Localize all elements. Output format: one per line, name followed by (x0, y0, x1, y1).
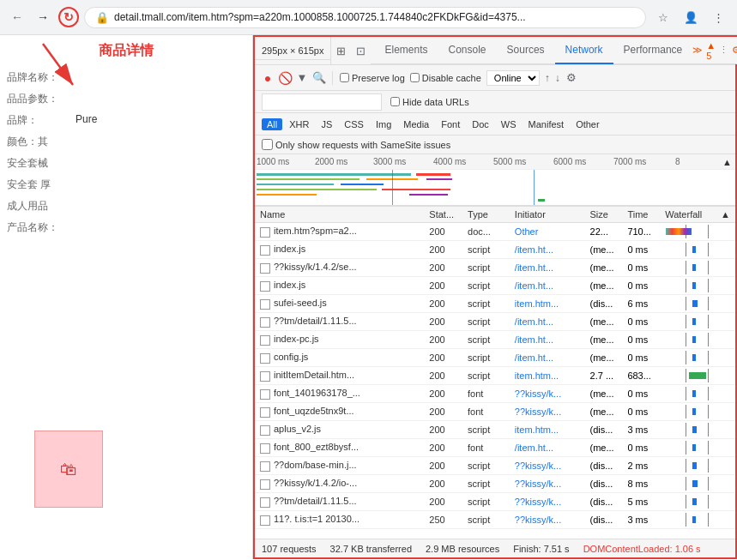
menu-button[interactable]: ⋮ (706, 5, 730, 29)
cell-waterfall (660, 493, 735, 511)
table-row[interactable]: ??kissy/k/1.4.2/se... 200 script /item.h… (255, 259, 735, 277)
type-btn-font[interactable]: Font (436, 118, 465, 130)
col-header-status[interactable]: Stat... (424, 207, 462, 223)
table-row[interactable]: index.js 200 script /item.ht... (me... 0… (255, 277, 735, 295)
samesite-checkbox[interactable]: Only show requests with SameSite issues (262, 139, 450, 150)
col-header-name[interactable]: Name (255, 207, 424, 223)
cell-status: 200 (424, 277, 462, 295)
tab-performance[interactable]: Performance (613, 37, 693, 64)
disable-cache-input[interactable] (410, 73, 420, 82)
table-row[interactable]: ??dom/base-min.j... 200 script ??kissy/k… (255, 457, 735, 475)
cell-name: ??dom/base-min.j... (255, 457, 424, 475)
filter-icon[interactable]: ▼ (296, 72, 308, 84)
cell-initiator: /item.ht... (510, 259, 585, 277)
hide-data-urls-input[interactable] (390, 97, 400, 106)
initiator-link[interactable]: /item.ht... (515, 352, 553, 363)
initiator-link[interactable]: ??kissy/k... (515, 515, 561, 525)
stop-icon[interactable]: 🚫 (279, 72, 291, 84)
table-row[interactable]: index-pc.js 200 script /item.ht... (me..… (255, 331, 735, 349)
initiator-link[interactable]: ??kissy/k... (515, 479, 561, 489)
resources-size: 2.9 MB resources (426, 544, 499, 554)
type-btn-doc[interactable]: Doc (467, 118, 494, 130)
samesite-input[interactable] (262, 139, 273, 150)
settings-icon[interactable]: ⚙ (565, 72, 577, 84)
initiator-link[interactable]: /item.ht... (515, 280, 553, 291)
table-row[interactable]: sufei-seed.js 200 script item.htm... (di… (255, 295, 735, 313)
type-btn-ws[interactable]: WS (496, 118, 522, 130)
product-image: 🛍 (34, 431, 103, 508)
type-btn-xhr[interactable]: XHR (284, 118, 314, 130)
table-row[interactable]: initItemDetail.htm... 200 script item.ht… (255, 367, 735, 385)
devtools-tabs-container: ⊞ ⊡ Elements Console Sources Network Per… (330, 37, 737, 64)
initiator-link[interactable]: /item.ht... (515, 443, 553, 453)
col-header-time[interactable]: Time (622, 207, 660, 223)
cell-waterfall (660, 439, 735, 457)
initiator-link[interactable]: /item.ht... (515, 334, 553, 345)
table-row[interactable]: ??tm/detail/1.11.5... 200 script ??kissy… (255, 493, 735, 511)
col-header-size[interactable]: Size (585, 207, 623, 223)
initiator-link[interactable]: /item.ht... (515, 262, 553, 273)
online-select[interactable]: Online (486, 70, 540, 86)
type-btn-manifest[interactable]: Manifest (523, 118, 570, 130)
tab-sources[interactable]: Sources (497, 37, 555, 64)
type-btn-img[interactable]: Img (371, 118, 396, 130)
refresh-button[interactable]: ↻ (58, 7, 79, 27)
cell-name: ??tm/detail/1.11.5... (255, 493, 424, 511)
dom-content-loaded: DOMContentLoaded: 1.06 s (583, 544, 701, 554)
table-row[interactable]: font_800_ezt8bysf... 200 font /item.ht..… (255, 439, 735, 457)
col-header-waterfall[interactable]: Waterfall ▲ (660, 207, 735, 223)
forward-button[interactable]: → (33, 7, 53, 27)
record-icon[interactable]: ● (262, 72, 274, 84)
panel-resize-icon[interactable]: ⊞ (331, 45, 351, 57)
cell-initiator: Other (510, 223, 585, 241)
cell-status: 200 (424, 475, 462, 493)
cell-size: (me... (585, 313, 623, 331)
initiator-link[interactable]: /item.ht... (515, 316, 553, 327)
panel-split-icon[interactable]: ⊡ (351, 45, 371, 57)
filter-input[interactable] (262, 93, 382, 111)
initiator-link[interactable]: Other (515, 226, 539, 237)
table-row[interactable]: font_uqzde5tnx9t... 200 font ??kissy/k..… (255, 403, 735, 421)
tab-elements[interactable]: Elements (374, 37, 438, 64)
table-row[interactable]: config.js 200 script /item.ht... (me... … (255, 349, 735, 367)
network-table-container[interactable]: Name Stat... Type Initiator Size Time Wa… (255, 206, 735, 539)
type-btn-js[interactable]: JS (316, 118, 337, 130)
bookmark-button[interactable]: ☆ (651, 5, 675, 29)
initiator-link[interactable]: item.htm... (515, 298, 559, 309)
tab-console[interactable]: Console (438, 37, 497, 64)
back-button[interactable]: ← (7, 7, 27, 27)
cell-time: 0 ms (622, 349, 660, 367)
table-row[interactable]: index.js 200 script /item.ht... (me... 0… (255, 241, 735, 259)
table-row[interactable]: aplus_v2.js 200 script item.htm... (dis.… (255, 421, 735, 439)
table-row[interactable]: item.htm?spm=a2... 200 doc... Other 22..… (255, 223, 735, 241)
export-icon[interactable]: ↓ (555, 72, 560, 84)
initiator-link[interactable]: item.htm... (515, 370, 559, 381)
cell-waterfall (660, 421, 735, 439)
table-row[interactable]: ??tm/detail/1.11.5... 200 script /item.h… (255, 313, 735, 331)
import-icon[interactable]: ↑ (545, 72, 550, 84)
type-btn-media[interactable]: Media (398, 118, 434, 130)
col-header-type[interactable]: Type (462, 207, 510, 223)
search-icon[interactable]: 🔍 (313, 72, 325, 84)
type-btn-css[interactable]: CSS (339, 118, 369, 130)
cell-size: (me... (585, 277, 623, 295)
disable-cache-checkbox[interactable]: Disable cache (410, 73, 481, 83)
type-btn-other[interactable]: Other (571, 118, 605, 130)
table-row[interactable]: ??kissy/k/1.4.2/io-... 200 script ??kiss… (255, 475, 735, 493)
more-tabs[interactable]: ≫ ▲ 5 ⋮ ⚙ (692, 40, 737, 61)
table-row[interactable]: 11?. t.is:t=1 20130... 250 script ??kiss… (255, 511, 735, 529)
type-btn-all[interactable]: All (262, 118, 282, 130)
preserve-log-checkbox[interactable]: Preserve log (340, 73, 405, 83)
initiator-link[interactable]: ??kissy/k... (515, 497, 561, 507)
preserve-log-input[interactable] (340, 73, 349, 82)
initiator-link[interactable]: /item.ht... (515, 244, 553, 255)
initiator-link[interactable]: ??kissy/k... (515, 406, 561, 417)
account-button[interactable]: 👤 (679, 5, 703, 29)
table-row[interactable]: font_1401963178_... 200 font ??kissy/k..… (255, 385, 735, 403)
initiator-link[interactable]: item.htm... (515, 425, 559, 435)
col-header-initiator[interactable]: Initiator (510, 207, 585, 223)
initiator-link[interactable]: ??kissy/k... (515, 388, 561, 399)
hide-data-urls-checkbox[interactable]: Hide data URLs (390, 97, 469, 107)
tab-network[interactable]: Network (555, 37, 613, 64)
initiator-link[interactable]: ??kissy/k... (515, 461, 561, 471)
